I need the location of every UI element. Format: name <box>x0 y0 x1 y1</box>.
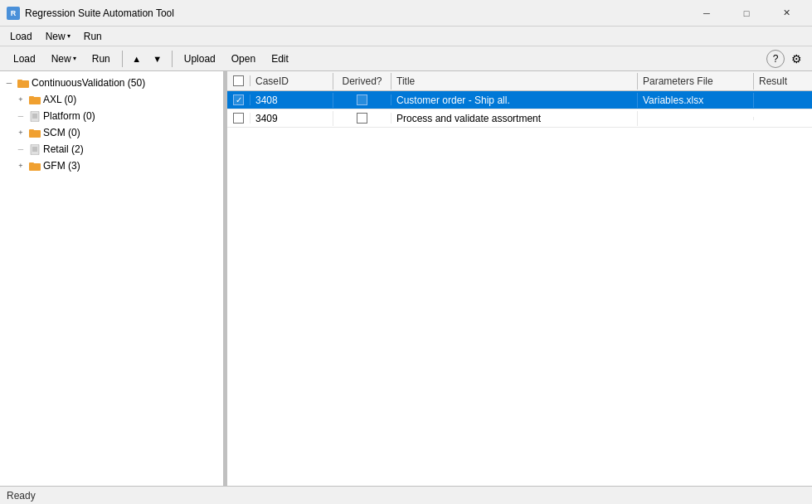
toolbar-load-label: Load <box>13 53 36 65</box>
row1-checkbox-box[interactable] <box>233 94 244 105</box>
toolbar-upload-label: Upload <box>184 53 216 65</box>
menu-run-label: Run <box>84 31 102 42</box>
toolbar-open-label: Open <box>231 53 255 65</box>
settings-button[interactable]: ⚙ <box>787 50 805 68</box>
toolbar-upload[interactable]: Upload <box>177 51 222 67</box>
tree-item-gfm[interactable]: + GFM (3) <box>0 158 223 174</box>
toolbar: Load New ▾ Run ▲ ▼ Upload Open Edit ? ⚙ <box>0 46 812 71</box>
table-row[interactable]: 3408 Customer order - Ship all. Variable… <box>227 91 812 109</box>
toolbar-run[interactable]: Run <box>85 51 117 67</box>
app-icon: R <box>7 7 20 20</box>
axl-folder-icon <box>28 93 41 106</box>
menu-bar: Load New ▾ Run <box>0 27 812 46</box>
toolbar-separator-1 <box>122 51 123 67</box>
header-params: Parameters File <box>638 73 754 90</box>
move-down-button[interactable]: ▼ <box>148 50 167 68</box>
svg-rect-10 <box>29 129 34 132</box>
toolbar-new[interactable]: New ▾ <box>45 51 83 67</box>
toolbar-edit-label: Edit <box>271 53 289 65</box>
window-controls: ─ □ ✕ <box>688 5 805 22</box>
row1-result <box>754 99 812 102</box>
tree-item-axl[interactable]: + AXL (0) <box>0 91 223 108</box>
platform-label: Platform (0) <box>43 110 95 122</box>
axl-label: AXL (0) <box>43 94 76 105</box>
root-folder-icon <box>17 76 30 90</box>
help-button[interactable]: ? <box>766 50 785 68</box>
row2-result <box>754 117 812 120</box>
row1-title: Customer order - Ship all. <box>391 93 638 108</box>
row2-caseid: 3409 <box>250 111 333 126</box>
tree-panel: ─ ContinuousValidation (50) + AXL (0) ─ … <box>0 71 224 486</box>
row2-checkbox-box[interactable] <box>233 113 244 124</box>
main-content: ─ ContinuousValidation (50) + AXL (0) ─ … <box>0 71 812 486</box>
menu-item-run[interactable]: Run <box>77 29 109 44</box>
header-checkbox-box[interactable] <box>233 75 244 86</box>
row2-checkbox[interactable] <box>227 113 250 124</box>
status-text: Ready <box>7 490 36 502</box>
svg-rect-3 <box>29 96 34 99</box>
platform-file-icon <box>28 109 41 123</box>
maximize-button[interactable]: □ <box>727 5 766 22</box>
row1-caseid: 3408 <box>250 93 333 108</box>
platform-toggle[interactable]: ─ <box>15 110 27 122</box>
axl-toggle[interactable]: + <box>15 94 27 105</box>
tree-item-platform[interactable]: ─ Platform (0) <box>0 108 223 124</box>
gfm-label: GFM (3) <box>43 160 80 172</box>
toolbar-run-label: Run <box>92 53 110 65</box>
row2-title: Process and validate assortment <box>391 111 638 126</box>
root-label: ContinuousValidation (50) <box>32 77 145 89</box>
scm-label: SCM (0) <box>43 127 80 138</box>
tree-item-scm[interactable]: + SCM (0) <box>0 124 223 141</box>
header-checkbox[interactable] <box>227 75 250 86</box>
svg-rect-4 <box>31 111 39 122</box>
header-derived: Derived? <box>333 73 391 90</box>
new-arrow-icon: ▾ <box>67 32 71 40</box>
row2-params <box>638 117 754 120</box>
table-header: CaseID Derived? Title Parameters File Re… <box>227 71 812 91</box>
menu-load-label: Load <box>10 31 32 42</box>
gfm-toggle[interactable]: + <box>15 160 27 172</box>
close-button[interactable]: ✕ <box>767 5 805 22</box>
window-title: Regression Suite Automation Tool <box>25 7 688 19</box>
toolbar-load[interactable]: Load <box>7 51 42 67</box>
scm-toggle[interactable]: + <box>15 127 27 138</box>
move-up-button[interactable]: ▲ <box>128 50 146 68</box>
row1-derived-box[interactable] <box>357 94 367 105</box>
table-row[interactable]: 3409 Process and validate assortment <box>227 109 812 128</box>
retail-toggle[interactable]: ─ <box>15 143 27 155</box>
gfm-folder-icon <box>28 159 41 172</box>
svg-rect-1 <box>17 80 22 82</box>
status-bar: Ready <box>0 486 812 504</box>
row2-derived-box[interactable] <box>357 113 367 124</box>
header-caseid: CaseID <box>250 73 333 90</box>
header-result: Result <box>754 73 812 90</box>
toolbar-edit[interactable]: Edit <box>265 51 295 67</box>
row1-checkbox[interactable] <box>227 94 250 105</box>
minimize-button[interactable]: ─ <box>688 5 726 22</box>
toolbar-new-arrow: ▾ <box>73 55 76 62</box>
scm-folder-icon <box>28 126 41 139</box>
menu-new-label: New <box>46 31 66 42</box>
table-body: 3408 Customer order - Ship all. Variable… <box>227 91 812 486</box>
menu-item-load[interactable]: Load <box>3 29 39 44</box>
tree-item-retail[interactable]: ─ Retail (2) <box>0 141 223 158</box>
tree-root[interactable]: ─ ContinuousValidation (50) <box>0 75 223 91</box>
row1-params: Variables.xlsx <box>638 93 754 108</box>
title-bar: R Regression Suite Automation Tool ─ □ ✕ <box>0 0 812 27</box>
toolbar-new-label: New <box>51 53 71 65</box>
retail-label: Retail (2) <box>43 143 84 155</box>
svg-rect-11 <box>31 144 39 155</box>
table-panel: CaseID Derived? Title Parameters File Re… <box>227 71 812 486</box>
menu-item-new[interactable]: New ▾ <box>39 29 77 44</box>
retail-file-icon <box>28 143 41 156</box>
header-title: Title <box>391 73 638 90</box>
toolbar-open[interactable]: Open <box>225 51 262 67</box>
root-toggle[interactable]: ─ <box>3 77 15 89</box>
row2-derived[interactable] <box>333 113 391 124</box>
row1-derived[interactable] <box>333 94 391 105</box>
svg-rect-16 <box>29 162 34 165</box>
toolbar-separator-2 <box>172 51 173 67</box>
